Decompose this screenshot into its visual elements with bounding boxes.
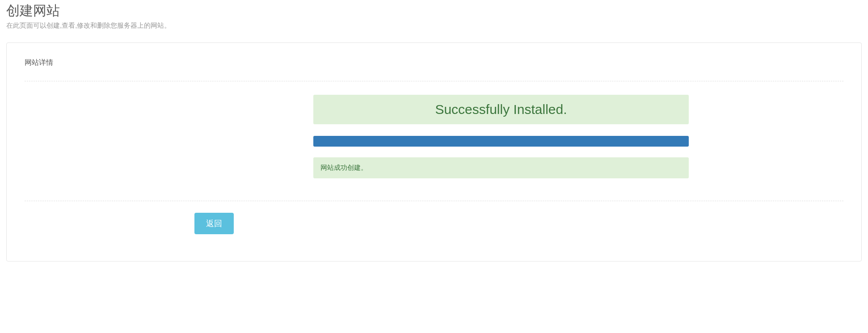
site-created-message: 网站成功创建。 xyxy=(313,157,689,178)
details-panel: 网站详情 Successfully Installed. 网站成功创建。 返回 xyxy=(6,42,862,261)
page-title: 创建网站 xyxy=(6,3,862,19)
panel-section-title: 网站详情 xyxy=(25,43,843,81)
progress-bar xyxy=(313,136,689,147)
progress-bar-fill xyxy=(313,136,689,147)
page-subtitle: 在此页面可以创建,查看,修改和删除您服务器上的网站。 xyxy=(6,21,862,30)
panel-actions: 返回 xyxy=(25,201,843,234)
back-button[interactable]: 返回 xyxy=(194,213,234,234)
install-success-banner: Successfully Installed. xyxy=(313,95,689,124)
panel-content: Successfully Installed. 网站成功创建。 xyxy=(197,81,671,178)
